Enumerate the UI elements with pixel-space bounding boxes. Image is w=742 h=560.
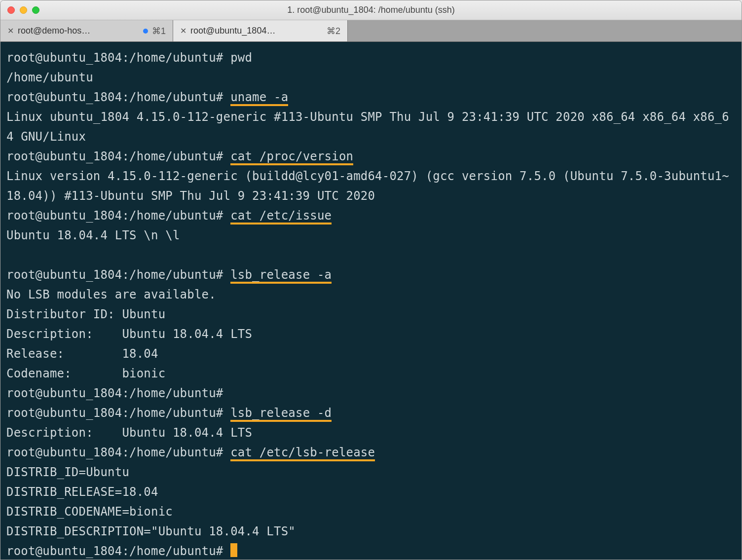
terminal-line: root@ubuntu_1804:/home/ubuntu# lsb_relea… [6,265,736,285]
activity-dot-icon [143,29,148,34]
terminal-line: root@ubuntu_1804:/home/ubuntu# pwd [6,48,736,68]
shell-prompt: root@ubuntu_1804:/home/ubuntu# [6,446,230,459]
shell-prompt: root@ubuntu_1804:/home/ubuntu# [6,544,230,558]
cursor-icon [230,543,237,557]
shell-prompt: root@ubuntu_1804:/home/ubuntu# [6,51,230,65]
close-tab-icon[interactable]: ✕ [7,26,14,36]
shell-command: cat /proc/version [230,149,353,165]
shell-output: Codename: bionic [6,364,736,383]
close-tab-icon[interactable]: ✕ [180,26,186,36]
tab-label: root@demo-hos… [18,26,139,36]
terminal-output[interactable]: root@ubuntu_1804:/home/ubuntu# pwd/home/… [0,42,742,560]
tab-hotkey: ⌘1 [152,26,166,37]
window-title: 1. root@ubuntu_1804: /home/ubuntu (ssh) [7,5,735,15]
shell-output: Description: Ubuntu 18.04.4 LTS [6,324,736,344]
shell-output: Linux ubuntu_1804 4.15.0-112-generic #11… [6,107,736,147]
shell-prompt: root@ubuntu_1804:/home/ubuntu# [6,268,230,282]
terminal-line [6,245,736,265]
shell-output: DISTRIB_RELEASE=18.04 [6,482,736,502]
terminal-line: root@ubuntu_1804:/home/ubuntu# cat /proc… [6,147,736,166]
shell-command: cat /etc/issue [230,209,332,224]
terminal-line: root@ubuntu_1804:/home/ubuntu# cat /etc/… [6,443,736,462]
terminal-line: root@ubuntu_1804:/home/ubuntu# [6,383,736,403]
shell-command: lsb_release -a [230,268,332,284]
shell-prompt: root@ubuntu_1804:/home/ubuntu# [6,149,230,163]
terminal-line: root@ubuntu_1804:/home/ubuntu# uname -a [6,87,736,107]
shell-command: cat /etc/lsb-release [230,446,375,461]
window-titlebar: 1. root@ubuntu_1804: /home/ubuntu (ssh) [0,0,742,20]
shell-prompt: root@ubuntu_1804:/home/ubuntu# [6,90,230,104]
shell-output: Linux version 4.15.0-112-generic (buildd… [6,166,736,206]
shell-command: uname -a [230,90,288,106]
shell-output: Description: Ubuntu 18.04.4 LTS [6,423,736,443]
shell-output: Distributor ID: Ubuntu [6,304,736,324]
shell-output: Release: 18.04 [6,344,736,364]
shell-output: No LSB modules are available. [6,285,736,304]
terminal-line: root@ubuntu_1804:/home/ubuntu# lsb_relea… [6,403,736,423]
tab-bar: ✕ root@demo-hos… ⌘1 ✕ root@ubuntu_1804… … [0,20,742,42]
minimize-window-icon[interactable] [20,6,27,14]
terminal-line: root@ubuntu_1804:/home/ubuntu# cat /etc/… [6,206,736,225]
close-window-icon[interactable] [7,6,15,14]
shell-output: DISTRIB_DESCRIPTION="Ubuntu 18.04.4 LTS" [6,522,736,541]
shell-output: DISTRIB_ID=Ubuntu [6,462,736,482]
shell-prompt: root@ubuntu_1804:/home/ubuntu# [6,386,230,400]
tab-hotkey: ⌘2 [327,26,340,37]
traffic-lights [7,6,39,14]
shell-output: Ubuntu 18.04.4 LTS \n \l [6,225,736,245]
shell-prompt: root@ubuntu_1804:/home/ubuntu# [6,406,230,420]
zoom-window-icon[interactable] [32,6,39,14]
shell-output: /home/ubuntu [6,68,736,87]
tab-label: root@ubuntu_1804… [190,26,323,36]
shell-command: lsb_release -d [230,406,332,422]
tab-session-2[interactable]: ✕ root@ubuntu_1804… ⌘2 [173,20,348,41]
tab-session-1[interactable]: ✕ root@demo-hos… ⌘1 [0,20,173,41]
shell-prompt: root@ubuntu_1804:/home/ubuntu# [6,209,230,223]
shell-output: DISTRIB_CODENAME=bionic [6,502,736,522]
shell-command: pwd [230,51,252,65]
terminal-line: root@ubuntu_1804:/home/ubuntu# [6,541,736,560]
